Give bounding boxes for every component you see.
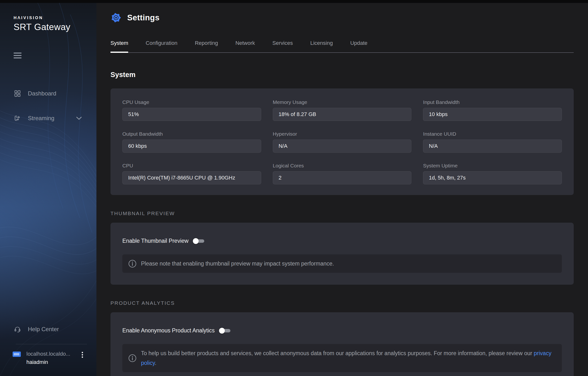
field-value: 10 kbps — [423, 108, 562, 121]
sidebar-item-label: Dashboard — [28, 90, 56, 97]
field-value: N/A — [273, 140, 412, 153]
field-value: 1d, 5h, 8m, 27s — [423, 171, 562, 184]
thumbnail-info-box: Please note that enabling thumbnail prev… — [122, 254, 562, 273]
sidebar-item-label: Streaming — [28, 115, 54, 122]
info-icon — [128, 354, 136, 362]
field-hypervisor: Hypervisor N/A — [273, 131, 412, 153]
menu-icon[interactable] — [14, 52, 21, 58]
system-fields-grid: CPU Usage 51% Memory Usage 18% of 8.27 G… — [122, 99, 562, 184]
field-value: N/A — [423, 140, 562, 153]
product-analytics-card: Enable Anonymous Product Analytics To he… — [110, 312, 574, 376]
field-cpu-usage: CPU Usage 51% — [122, 99, 261, 121]
sidebar-nav: Dashboard Streaming — [0, 88, 96, 124]
product-name: SRT Gateway — [14, 22, 70, 32]
streaming-icon — [14, 114, 21, 122]
dashboard-icon — [14, 90, 21, 97]
analytics-info-text: To help us build better products and ser… — [141, 348, 552, 368]
tab-system[interactable]: System — [110, 40, 128, 52]
sidebar-item-streaming[interactable]: Streaming — [0, 112, 96, 124]
analytics-toggle-row: Enable Anonymous Product Analytics — [122, 327, 562, 334]
field-memory-usage: Memory Usage 18% of 8.27 GB — [273, 99, 412, 121]
field-logical-cores: Logical Cores 2 — [273, 163, 412, 184]
main-content: Settings System Configuration Reporting … — [96, 0, 588, 376]
page-header: Settings — [110, 12, 574, 23]
device-text: localhost.localdo... haiadmin — [26, 351, 70, 365]
sidebar-divider — [16, 344, 87, 344]
brand-logo: HΛIVISION — [14, 16, 70, 20]
kebab-menu-icon[interactable] — [81, 351, 83, 359]
thumbnail-preview-heading: THUMBNAIL PREVIEW — [110, 210, 574, 216]
sidebar-bottom: Help Center — [0, 325, 96, 376]
field-value: 51% — [122, 108, 261, 121]
settings-gear-icon — [110, 12, 122, 23]
info-icon — [128, 260, 136, 268]
device-hostname: localhost.localdo... — [26, 351, 70, 357]
help-center-label: Help Center — [28, 326, 59, 333]
tab-configuration[interactable]: Configuration — [146, 40, 177, 52]
tab-bar: System Configuration Reporting Network S… — [110, 40, 574, 53]
thumbnail-toggle-label: Enable Thumbnail Preview — [122, 238, 189, 244]
analytics-toggle[interactable] — [219, 328, 231, 334]
top-edge-strip — [0, 0, 588, 3]
thumbnail-info-text: Please note that enabling thumbnail prev… — [141, 259, 334, 268]
device-username: haiadmin — [26, 359, 70, 365]
field-value: 2 — [273, 171, 412, 184]
tab-network[interactable]: Network — [235, 40, 255, 52]
thumbnail-preview-toggle[interactable] — [193, 238, 204, 244]
system-info-card: CPU Usage 51% Memory Usage 18% of 8.27 G… — [110, 88, 574, 195]
tab-update[interactable]: Update — [350, 40, 368, 52]
tab-reporting[interactable]: Reporting — [195, 40, 218, 52]
system-section-heading: System — [110, 71, 574, 79]
field-value: Intel(R) Core(TM) i7-8665U CPU @ 1.90GHz — [122, 171, 261, 184]
field-instance-uuid: Instance UUID N/A — [423, 131, 562, 153]
thumbnail-preview-card: Enable Thumbnail Preview Please note tha… — [110, 223, 574, 285]
thumbnail-toggle-row: Enable Thumbnail Preview — [122, 238, 562, 244]
sidebar: HΛIVISION SRT Gateway Dashboard — [0, 0, 96, 376]
chevron-down-icon[interactable] — [76, 116, 82, 120]
device-row[interactable]: localhost.localdo... haiadmin — [12, 351, 83, 365]
sidebar-item-help-center[interactable]: Help Center — [0, 325, 96, 333]
headset-icon — [14, 325, 21, 333]
tab-services[interactable]: Services — [272, 40, 293, 52]
product-analytics-heading: PRODUCT ANALYTICS — [110, 300, 574, 306]
field-value: 60 kbps — [122, 140, 261, 153]
field-value: 18% of 8.27 GB — [273, 108, 412, 121]
field-output-bandwidth: Output Bandwidth 60 kbps — [122, 131, 261, 153]
brand-block: HΛIVISION SRT Gateway — [14, 16, 70, 32]
field-input-bandwidth: Input Bandwidth 10 kbps — [423, 99, 562, 121]
app-root: HΛIVISION SRT Gateway Dashboard — [0, 0, 588, 376]
field-system-uptime: System Uptime 1d, 5h, 8m, 27s — [423, 163, 562, 184]
analytics-info-box: To help us build better products and ser… — [122, 344, 562, 372]
analytics-toggle-label: Enable Anonymous Product Analytics — [122, 327, 215, 334]
sidebar-item-dashboard[interactable]: Dashboard — [0, 88, 96, 99]
page-title: Settings — [127, 13, 159, 22]
server-icon — [12, 351, 21, 358]
field-cpu: CPU Intel(R) Core(TM) i7-8665U CPU @ 1.9… — [122, 163, 261, 184]
tab-licensing[interactable]: Licensing — [310, 40, 333, 52]
